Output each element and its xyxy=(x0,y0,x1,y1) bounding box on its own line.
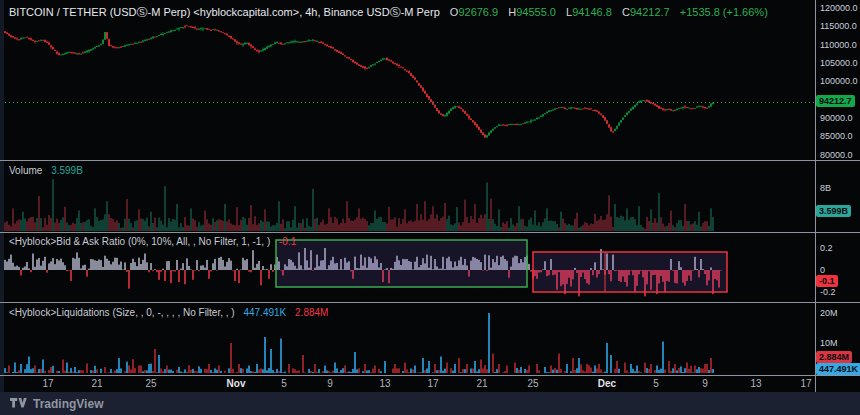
ratio-tick: 0 xyxy=(820,265,825,275)
liquidations-indicator-legend[interactable]: <Hyblock>Liquidations (Size, , 0, -, , ,… xyxy=(9,307,328,318)
tradingview-brand[interactable]: TradingView xyxy=(33,397,103,411)
ohlc-high-value: 94555.0 xyxy=(516,6,556,18)
symbol-title[interactable]: BITCOIN / TETHER (USDⓈ-M Perp) <hyblockc… xyxy=(9,6,440,18)
ohlc-close-label: C xyxy=(622,6,630,18)
symbol-legend: BITCOIN / TETHER (USDⓈ-M Perp) <hyblockc… xyxy=(9,5,768,20)
volume-value: 3.599B xyxy=(51,165,83,176)
volume-label: Volume xyxy=(9,165,42,176)
liquidations-label: <Hyblock>Liquidations (Size, , 0, -, , ,… xyxy=(9,307,235,318)
ratio-tick: -0.2 xyxy=(820,287,836,297)
price-tick: 100000.0 xyxy=(820,76,858,86)
tradingview-window: BITCOIN / TETHER (USDⓈ-M Perp) <hyblockc… xyxy=(0,0,860,415)
chart-canvas[interactable] xyxy=(0,0,860,392)
time-label: 9 xyxy=(702,378,708,389)
time-label: 21 xyxy=(91,378,102,389)
price-tick: 120000.0 xyxy=(820,3,858,13)
ohlc-open-value: 92676.9 xyxy=(458,6,498,18)
axis-badge: 447.491K xyxy=(816,363,860,375)
time-label: 13 xyxy=(379,378,390,389)
bid-ask-ratio-label: <Hyblock>Bid & Ask Ratio (0%, 10%, All, … xyxy=(9,236,270,247)
volume-tick: 8B xyxy=(820,183,831,193)
liquidations-sell-value: 2.884M xyxy=(295,307,328,318)
pane-separator[interactable] xyxy=(0,302,860,303)
price-tick: 115000.0 xyxy=(820,21,857,31)
ohlc-low-value: 94146.8 xyxy=(572,6,612,18)
liquidation-tick: 10M xyxy=(820,338,838,348)
price-tick: 85000.0 xyxy=(820,131,853,141)
time-label: Nov xyxy=(227,378,246,389)
time-label: 17 xyxy=(800,378,811,389)
time-label: 17 xyxy=(427,378,438,389)
pane-separator[interactable] xyxy=(0,160,860,161)
price-tick: 110000.0 xyxy=(820,40,857,50)
bid-ask-ratio-indicator-legend[interactable]: <Hyblock>Bid & Ask Ratio (0%, 10%, All, … xyxy=(9,236,296,247)
axis-badge: 94212.7 xyxy=(816,95,855,107)
price-tick: 105000.0 xyxy=(820,58,858,68)
price-tick: 90000.0 xyxy=(820,113,853,123)
time-label: 25 xyxy=(527,378,538,389)
time-label: 25 xyxy=(145,378,156,389)
ohlc-high-label: H xyxy=(508,6,516,18)
time-label: 5 xyxy=(653,378,659,389)
tradingview-logo-icon[interactable] xyxy=(10,398,27,409)
price-tick: 80000.0 xyxy=(820,150,853,160)
axis-badge: 2.884M xyxy=(816,351,852,363)
axis-badge: -0.1 xyxy=(816,275,838,287)
price-change: +1535.8 (+1.66%) xyxy=(680,6,768,18)
price-axis[interactable]: 120000.0115000.0110000.0105000.0100000.0… xyxy=(816,0,860,392)
pane-separator[interactable] xyxy=(0,232,860,233)
footer-bar: TradingView xyxy=(0,392,860,415)
time-label: Dec xyxy=(598,378,616,389)
liquidation-tick: 20M xyxy=(820,308,838,318)
time-label: 5 xyxy=(281,378,287,389)
bid-ask-ratio-value: -0.1 xyxy=(279,236,296,247)
ratio-tick: 0.2 xyxy=(820,243,833,253)
volume-indicator-legend[interactable]: Volume 3.599B xyxy=(9,165,83,176)
liquidations-buy-value: 447.491K xyxy=(243,307,286,318)
time-label: 9 xyxy=(327,378,333,389)
time-label: 13 xyxy=(750,378,761,389)
time-label: 17 xyxy=(42,378,53,389)
time-label: 21 xyxy=(476,378,487,389)
axis-badge: 3.599B xyxy=(816,205,851,217)
time-axis[interactable]: 172125Nov5913172125Dec591317 xyxy=(0,376,816,392)
ohlc-close-value: 94212.7 xyxy=(630,6,670,18)
